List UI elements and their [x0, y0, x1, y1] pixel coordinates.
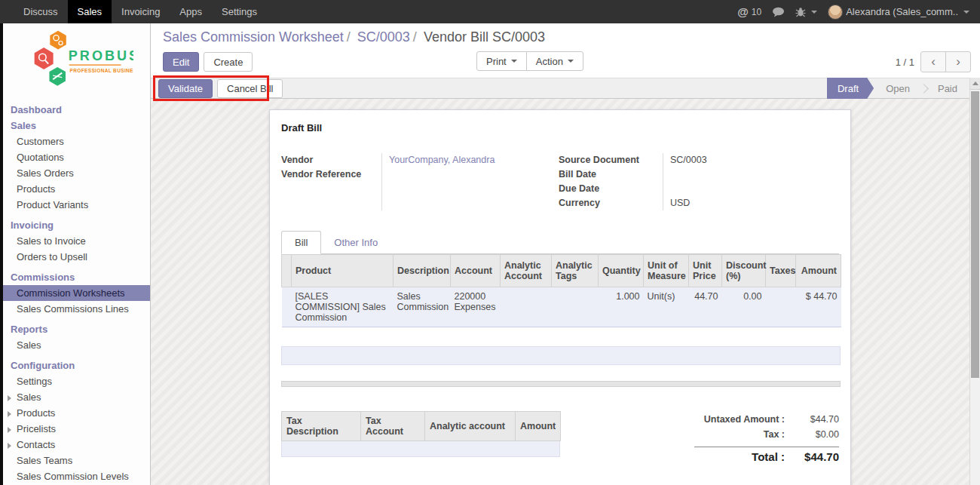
cell-unit-price[interactable]: 44.70 [689, 287, 722, 327]
cancel-bill-button[interactable]: Cancel Bill [217, 79, 283, 98]
sidebar-item-config-products[interactable]: Products [3, 405, 150, 421]
systray: @ 10 Alexandra (Sales_comm.. [737, 0, 980, 23]
messages-button[interactable] [772, 7, 785, 17]
scrollbar-thumb[interactable] [971, 91, 979, 378]
sidebar-header-invoicing[interactable]: Invoicing [3, 217, 150, 233]
cell-product[interactable]: [SALES COMMISSION] Sales Commission [292, 287, 394, 327]
user-menu[interactable]: Alexandra (Sales_comm.. [828, 5, 969, 20]
breadcrumb-worksheet[interactable]: Sales Commission Worksheet [163, 29, 344, 45]
debug-button[interactable] [795, 7, 817, 17]
vertical-scrollbar[interactable] [969, 78, 980, 485]
cell-analytic-account[interactable] [501, 287, 552, 327]
sidebar-item-sales-orders[interactable]: Sales Orders [3, 165, 150, 181]
bill-date-label: Bill Date [559, 167, 663, 182]
tab-bill[interactable]: Bill [281, 231, 321, 254]
sidebar-item-orders-to-upsell[interactable]: Orders to Upsell [3, 249, 150, 265]
col-account[interactable]: Account [451, 255, 501, 287]
source-document-label: Source Document [559, 153, 663, 167]
sidebar-item-commission-worksheets[interactable]: Commission Worksheets [3, 285, 150, 301]
status-draft[interactable]: Draft [827, 78, 874, 99]
user-name: Alexandra (Sales_comm.. [846, 6, 958, 17]
action-button[interactable]: Action [526, 51, 583, 71]
cell-discount[interactable]: 0.00 [722, 287, 766, 327]
sidebar-item-pricelists[interactable]: Pricelists [3, 421, 150, 437]
validate-button[interactable]: Validate [158, 79, 213, 98]
cell-analytic-tags[interactable] [552, 287, 599, 327]
col-product[interactable]: Product [292, 255, 394, 287]
sidebar-header-sales[interactable]: Sales [3, 118, 150, 134]
pager-next-button[interactable]: › [945, 51, 971, 72]
col-tax-analytic-account[interactable]: Analytic account [425, 412, 516, 441]
sidebar-item-sales-commissions-lines[interactable]: Sales Commissions Lines [3, 301, 150, 317]
col-discount[interactable]: Discount (%) [722, 255, 766, 287]
probuse-logo-graphic: PROBUSE PROFESSIONAL BUSINESS [20, 29, 133, 94]
vendor-label: Vendor [281, 153, 381, 167]
cell-taxes[interactable] [766, 287, 796, 327]
cell-quantity[interactable]: 1.000 [599, 287, 644, 327]
sidebar-header-dashboard[interactable]: Dashboard [3, 102, 150, 118]
tax-value: $0.00 [785, 429, 839, 440]
print-button[interactable]: Print [476, 51, 527, 71]
table-row[interactable]: [SALES COMMISSION] Sales Commission Sale… [282, 287, 841, 327]
create-button[interactable]: Create [204, 52, 253, 72]
sidebar-item-label: Pricelists [17, 423, 56, 434]
sidebar-item-settings[interactable]: Settings [3, 373, 150, 389]
tab-other-info[interactable]: Other Info [321, 231, 390, 253]
horizontal-scrollbar[interactable] [281, 381, 841, 387]
tax-line: Tax : $0.00 [694, 429, 839, 444]
status-paid[interactable]: Paid [926, 78, 969, 99]
sidebar-header-commissions[interactable]: Commissions [3, 269, 150, 285]
cell-amount[interactable]: $ 44.70 [796, 287, 841, 327]
nav-settings[interactable]: Settings [212, 0, 267, 23]
pager-previous-button[interactable]: ‹ [920, 51, 946, 72]
col-analytic-account[interactable]: Analytic Account [501, 255, 552, 287]
col-taxes[interactable]: Taxes [766, 255, 796, 287]
nav-discuss[interactable]: Discuss [14, 0, 68, 23]
nav-apps[interactable]: Apps [170, 0, 212, 23]
status-open[interactable]: Open [874, 78, 922, 99]
invoice-lines-table: Product Description Account Analytic Acc… [281, 254, 841, 327]
col-analytic-tags[interactable]: Analytic Tags [552, 255, 599, 287]
lines-header-row: Product Description Account Analytic Acc… [282, 255, 841, 287]
col-quantity[interactable]: Quantity [599, 255, 644, 287]
edit-button[interactable]: Edit [163, 52, 199, 72]
sidebar-item-quotations[interactable]: Quotations [3, 149, 150, 165]
col-description[interactable]: Description [394, 255, 451, 287]
cell-description[interactable]: Sales Commission [394, 287, 451, 327]
col-unit-price[interactable]: Unit Price [689, 255, 722, 287]
col-tax-amount[interactable]: Amount [516, 412, 561, 441]
sidebar-item-config-sales[interactable]: Sales [3, 389, 150, 405]
cell-account[interactable]: 220000 Expenses [451, 287, 501, 327]
col-unit-of-measure[interactable]: Unit of Measure [644, 255, 689, 287]
col-tax-account[interactable]: Tax Account [361, 412, 425, 441]
sidebar-item-products[interactable]: Products [3, 181, 150, 197]
sidebar-item-product-variants[interactable]: Product Variants [3, 197, 150, 213]
breadcrumb-sc0003[interactable]: SC/0003 [357, 29, 410, 45]
sidebar-item-sales-commission-levels[interactable]: Sales Commission Levels [3, 468, 150, 484]
col-tax-description[interactable]: Tax Description [282, 412, 361, 441]
scroll-up-button[interactable] [970, 78, 980, 90]
sidebar-header-reports[interactable]: Reports [3, 321, 150, 337]
expand-caret-icon [8, 395, 11, 401]
due-date-label: Due Date [559, 182, 663, 196]
vendor-value[interactable]: YourCompany, Alexandra [389, 153, 559, 167]
tax-table: Tax Description Tax Account Analytic acc… [281, 411, 561, 441]
tax-empty-row[interactable] [281, 441, 560, 457]
sidebar-header-configuration[interactable]: Configuration [3, 358, 150, 373]
inbox-button[interactable]: @ 10 [737, 5, 761, 18]
vendor-reference-value [389, 167, 559, 182]
sidebar-item-sales-to-invoice[interactable]: Sales to Invoice [3, 233, 150, 249]
nav-sales[interactable]: Sales [68, 0, 112, 23]
sidebar-item-customers[interactable]: Customers [3, 134, 150, 149]
company-logo[interactable]: PROBUSE PROFESSIONAL BUSINESS [3, 23, 150, 102]
cell-unit-of-measure[interactable]: Unit(s) [644, 287, 689, 327]
totals-divider [694, 447, 839, 447]
bug-icon [795, 7, 806, 17]
gutter-header [282, 255, 292, 287]
empty-field-band[interactable] [281, 346, 841, 365]
sidebar-item-contacts[interactable]: Contacts [3, 437, 150, 453]
sidebar-item-sales-teams[interactable]: Sales Teams [3, 453, 150, 468]
col-amount[interactable]: Amount [796, 255, 841, 287]
nav-invoicing[interactable]: Invoicing [112, 0, 170, 23]
sidebar-item-reports-sales[interactable]: Sales [3, 337, 150, 353]
